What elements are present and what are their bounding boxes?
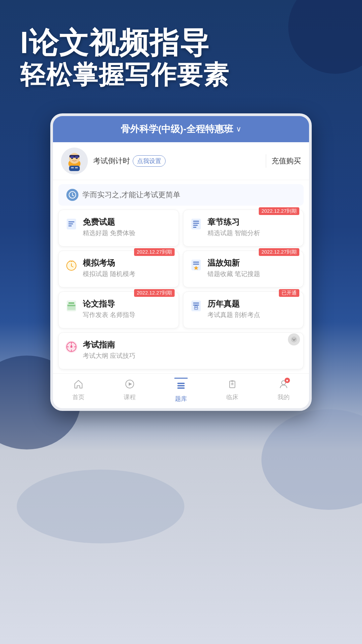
svg-marker-52 <box>129 382 132 386</box>
topbar-title: 骨外科学(中级)-全程特惠班 <box>121 123 233 136</box>
recharge-button[interactable]: 充值购买 <box>272 156 301 166</box>
svg-point-2 <box>69 153 80 164</box>
header-line2: 轻松掌握写作要素 <box>20 59 342 90</box>
header-section: l论文视频指导 轻松掌握写作要素 <box>0 0 362 103</box>
cards-grid: 免费试题 精选好题 免费体验 2022.12.27到期 <box>53 210 309 328</box>
svg-rect-19 <box>193 221 199 222</box>
card-text: 历年真题 考试真题 剖析考点 <box>207 299 298 319</box>
clock-yellow-icon <box>64 258 79 272</box>
motto-text: 学而实习之,才能让考试更简单 <box>82 190 180 200</box>
compass-pink-icon <box>64 339 79 354</box>
document-green-icon <box>64 299 79 313</box>
document-blue-icon <box>64 217 79 231</box>
expiry-badge: 2022.12.27到期 <box>259 248 299 256</box>
svg-rect-29 <box>193 262 199 263</box>
avatar <box>61 148 88 174</box>
svg-rect-9 <box>71 167 74 168</box>
clock-icon <box>66 189 78 201</box>
avatar-image <box>61 148 88 174</box>
decorative-blob-center <box>17 470 184 543</box>
user-icon: ● <box>279 379 289 392</box>
card-title: 温故知新 <box>207 258 298 268</box>
avatar-icon <box>61 148 88 174</box>
svg-rect-35 <box>67 305 75 306</box>
svg-point-41 <box>195 308 197 309</box>
decorative-blob-right <box>261 409 362 510</box>
vertical-divider <box>266 154 266 168</box>
notification-badge: ● <box>285 378 290 383</box>
home-icon <box>73 379 83 392</box>
card-content: 考试指南 考试大纲 应试技巧 <box>64 339 298 360</box>
card-text: 免费试题 精选好题 免费体验 <box>83 217 173 237</box>
nav-item-mine[interactable]: ● 我的 <box>267 379 300 401</box>
expiry-badge: 2022.12.27到期 <box>134 248 175 256</box>
svg-rect-20 <box>193 223 199 224</box>
svg-rect-37 <box>193 303 199 304</box>
nav-item-course[interactable]: 课程 <box>113 379 146 401</box>
nav-label-clinical: 临床 <box>226 393 238 401</box>
chevron-down-icon: ∨ <box>236 125 241 133</box>
svg-rect-57 <box>231 380 234 382</box>
card-chapter-practice[interactable]: 2022.12.27到期 章节练习 精选试题 智能分析 <box>183 210 304 247</box>
card-text: 论文指导 写作发表 名师指导 <box>83 299 173 319</box>
card-desc: 精选好题 免费体验 <box>83 229 173 237</box>
svg-rect-17 <box>68 225 72 226</box>
svg-rect-22 <box>193 227 196 228</box>
card-title: 模拟考场 <box>83 258 173 268</box>
nav-label-mine: 我的 <box>278 393 290 401</box>
play-icon <box>125 379 135 392</box>
user-info-row: 考试倒计时 点我设置 充值购买 <box>53 142 309 180</box>
card-title: 章节练习 <box>207 217 298 227</box>
svg-line-13 <box>72 195 74 196</box>
svg-rect-6 <box>70 156 74 158</box>
card-title: 历年真题 <box>207 299 298 309</box>
card-text: 考试指南 考试大纲 应试技巧 <box>83 339 298 360</box>
svg-rect-54 <box>177 385 185 386</box>
nav-label-home: 首页 <box>72 393 84 401</box>
nav-item-questions[interactable]: 题库 <box>164 378 198 403</box>
nav-label-questions: 题库 <box>175 395 187 403</box>
open-badge: 已开通 <box>279 289 299 297</box>
app-topbar: 骨外科学(中级)-全程特惠班 ∨ <box>53 116 309 142</box>
svg-rect-21 <box>193 225 198 226</box>
nav-item-clinical[interactable]: 临床 <box>216 379 249 401</box>
card-content: 章节练习 精选试题 智能分析 <box>189 217 298 237</box>
card-content: 模拟考场 模拟试题 随机模考 <box>64 258 173 278</box>
svg-rect-53 <box>177 383 185 384</box>
document-lines-icon <box>189 217 203 231</box>
nav-item-home[interactable]: 首页 <box>62 379 95 401</box>
svg-rect-30 <box>193 264 199 265</box>
device-mockup: 骨外科学(中级)-全程特惠班 ∨ <box>50 113 312 411</box>
card-desc: 精选试题 智能分析 <box>207 229 298 237</box>
card-title: 论文指导 <box>83 299 173 309</box>
set-countdown-button[interactable]: 点我设置 <box>133 155 166 167</box>
svg-rect-55 <box>177 387 185 389</box>
card-mock-exam[interactable]: 2022.12.27到期 模拟考场 模拟试题 随机模考 <box>58 251 179 287</box>
svg-rect-34 <box>68 303 74 304</box>
exam-countdown: 考试倒计时 点我设置 <box>93 155 260 167</box>
clipboard-icon <box>227 379 237 392</box>
nav-label-course: 课程 <box>124 393 136 401</box>
card-free-questions[interactable]: 免费试题 精选好题 免费体验 <box>58 210 179 247</box>
countdown-label: 考试倒计时 <box>93 156 130 166</box>
card-title: 免费试题 <box>83 217 173 227</box>
bottom-navigation: 首页 课程 题库 <box>53 373 309 408</box>
card-exam-guide[interactable]: 考试指南 考试大纲 应试技巧 <box>58 332 304 369</box>
motto-row: 学而实习之,才能让考试更简单 <box>58 184 304 206</box>
card-content: 历年真题 考试真题 剖析考点 <box>189 299 298 319</box>
svg-rect-7 <box>75 156 78 158</box>
active-indicator <box>174 378 188 379</box>
card-content: 免费试题 精选好题 免费体验 <box>64 217 173 237</box>
card-past-papers[interactable]: 已开通 历年真题 考试真题 剖析考点 <box>183 291 304 328</box>
card-content: 论文指导 写作发表 名师指导 <box>64 299 173 319</box>
scroll-indicator <box>288 333 300 345</box>
card-desc: 错题收藏 笔记搜题 <box>207 270 298 278</box>
svg-point-50 <box>291 336 297 342</box>
expiry-badge: 2022.12.27到期 <box>134 289 175 297</box>
card-title: 考试指南 <box>83 339 298 350</box>
svg-rect-8 <box>69 166 80 171</box>
card-review[interactable]: 2022.12.27到期 温故知新 错题收藏 笔记搜题 <box>183 251 304 287</box>
card-paper-guide[interactable]: 2022.12.27到期 论文指导 写作发表 名师指导 <box>58 291 179 328</box>
card-desc: 考试大纲 应试技巧 <box>83 352 298 360</box>
expiry-badge: 2022.12.27到期 <box>259 207 299 215</box>
